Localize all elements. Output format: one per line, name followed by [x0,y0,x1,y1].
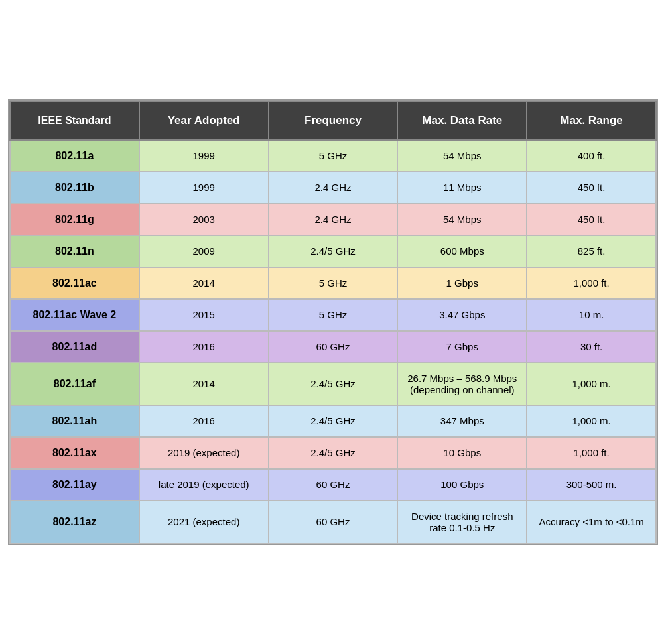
cell-range: 450 ft. [527,172,656,204]
cell-standard: 802.11ah [10,405,139,437]
cell-range: 10 m. [527,299,656,331]
cell-frequency: 2.4/5 GHz [269,437,398,469]
cell-data-rate: 3.47 Gbps [397,299,527,331]
cell-frequency: 2.4/5 GHz [269,363,398,405]
cell-data-rate: 600 Mbps [397,235,527,267]
table-row: 802.11aylate 2019 (expected)60 GHz100 Gb… [10,469,656,501]
cell-year: 1999 [139,172,269,204]
header-standard: IEEE Standard [10,101,139,140]
table-row: 802.11ad201660 GHz7 Gbps30 ft. [10,331,656,363]
cell-frequency: 60 GHz [269,501,398,543]
cell-standard: 802.11ad [10,331,139,363]
cell-range: 1,000 m. [527,363,656,405]
cell-frequency: 60 GHz [269,331,398,363]
table-row: 802.11g20032.4 GHz54 Mbps450 ft. [10,204,656,235]
cell-frequency: 2.4 GHz [269,204,398,235]
cell-data-rate: 7 Gbps [397,331,527,363]
table-row: 802.11ax2019 (expected)2.4/5 GHz10 Gbps1… [10,437,656,469]
cell-standard: 802.11az [10,501,139,543]
table-header-row: IEEE Standard Year Adopted Frequency Max… [10,101,656,140]
header-data-rate: Max. Data Rate [397,101,527,140]
cell-range: 30 ft. [527,331,656,363]
cell-year: late 2019 (expected) [139,469,269,501]
cell-standard: 802.11ay [10,469,139,501]
cell-data-rate: 26.7 Mbps – 568.9 Mbps (depending on cha… [397,363,527,405]
header-range: Max. Range [527,101,656,140]
cell-range: 400 ft. [527,140,656,172]
cell-frequency: 5 GHz [269,267,398,299]
cell-year: 2019 (expected) [139,437,269,469]
cell-standard: 802.11ac [10,267,139,299]
table-row: 802.11ac20145 GHz1 Gbps1,000 ft. [10,267,656,299]
cell-year: 2021 (expected) [139,501,269,543]
table-row: 802.11ah20162.4/5 GHz347 Mbps1,000 m. [10,405,656,437]
cell-data-rate: 54 Mbps [397,140,527,172]
cell-data-rate: 347 Mbps [397,405,527,437]
table-row: 802.11ac Wave 220155 GHz3.47 Gbps10 m. [10,299,656,331]
cell-year: 2003 [139,204,269,235]
cell-range: 1,000 ft. [527,267,656,299]
cell-year: 2014 [139,267,269,299]
cell-frequency: 5 GHz [269,140,398,172]
cell-range: 825 ft. [527,235,656,267]
cell-standard: 802.11g [10,204,139,235]
cell-year: 2009 [139,235,269,267]
cell-data-rate: Device tracking refresh rate 0.1-0.5 Hz [397,501,527,543]
table-row: 802.11n20092.4/5 GHz600 Mbps825 ft. [10,235,656,267]
cell-range: 1,000 ft. [527,437,656,469]
cell-data-rate: 10 Gbps [397,437,527,469]
cell-frequency: 5 GHz [269,299,398,331]
cell-range: 1,000 m. [527,405,656,437]
cell-standard: 802.11ax [10,437,139,469]
cell-frequency: 2.4/5 GHz [269,235,398,267]
table-row: 802.11af20142.4/5 GHz26.7 Mbps – 568.9 M… [10,363,656,405]
header-year: Year Adopted [139,101,269,140]
header-frequency: Frequency [269,101,398,140]
cell-year: 2016 [139,331,269,363]
cell-range: 450 ft. [527,204,656,235]
cell-frequency: 60 GHz [269,469,398,501]
table-row: 802.11b19992.4 GHz11 Mbps450 ft. [10,172,656,204]
cell-standard: 802.11ac Wave 2 [10,299,139,331]
cell-data-rate: 11 Mbps [397,172,527,204]
table-row: 802.11a19995 GHz54 Mbps400 ft. [10,140,656,172]
cell-standard: 802.11af [10,363,139,405]
cell-year: 2016 [139,405,269,437]
cell-standard: 802.11a [10,140,139,172]
cell-range: Accuracy <1m to <0.1m [527,501,656,543]
table-row: 802.11az2021 (expected)60 GHzDevice trac… [10,501,656,543]
cell-data-rate: 54 Mbps [397,204,527,235]
cell-frequency: 2.4/5 GHz [269,405,398,437]
cell-year: 2014 [139,363,269,405]
cell-standard: 802.11b [10,172,139,204]
cell-standard: 802.11n [10,235,139,267]
cell-frequency: 2.4 GHz [269,172,398,204]
cell-year: 1999 [139,140,269,172]
cell-range: 300-500 m. [527,469,656,501]
ieee-standards-table: IEEE Standard Year Adopted Frequency Max… [8,99,658,545]
cell-year: 2015 [139,299,269,331]
cell-data-rate: 1 Gbps [397,267,527,299]
cell-data-rate: 100 Gbps [397,469,527,501]
